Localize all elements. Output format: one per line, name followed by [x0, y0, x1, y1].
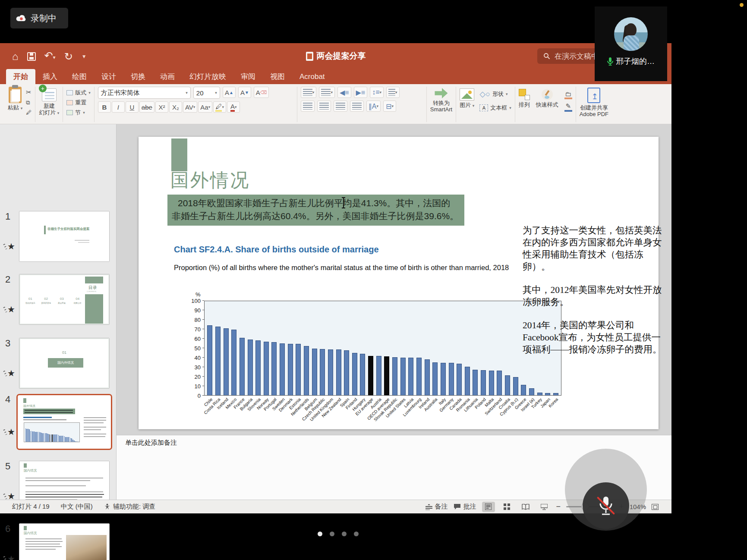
bar-Netherlands	[304, 346, 309, 395]
toc-item-label: 两会提案	[55, 302, 69, 304]
align-right-button[interactable]	[334, 101, 347, 112]
comments-toggle-button[interactable]: 批注	[454, 503, 476, 511]
accessibility-status[interactable]: 辅助功能: 调查	[104, 503, 155, 511]
mini-bar	[60, 436, 61, 442]
paste-button[interactable]: 粘贴 ▾	[8, 87, 22, 122]
slide-number: 6	[5, 523, 10, 535]
slide-thumbnail-3[interactable]: 01 国内外情况	[19, 338, 110, 389]
shrink-font-button[interactable]: A▼	[238, 87, 251, 98]
create-share-pdf-button[interactable]: 创建并共享Adobe PDF	[580, 87, 608, 117]
mic-control-overlay[interactable]	[565, 449, 647, 531]
underline-button[interactable]: U	[126, 101, 139, 113]
transition-star-icon: ★	[4, 427, 15, 437]
font-name-select[interactable]: 方正书宋简体▾	[98, 87, 191, 99]
shapes-button[interactable]: ◇○形状▾	[479, 89, 511, 99]
picture-button[interactable]: 图片 ▾	[460, 87, 474, 122]
highlight-color-button[interactable]: 🖊▾	[213, 101, 226, 113]
numbering-button[interactable]: ▾	[319, 87, 335, 98]
font-color-button[interactable]: A▾	[227, 101, 240, 113]
new-slide-icon	[42, 88, 57, 101]
tab-插入[interactable]: 插入	[35, 69, 65, 84]
cut-icon[interactable]: ✂	[26, 88, 32, 96]
mic-muted-button[interactable]	[583, 482, 629, 529]
notes-toggle-button[interactable]: 备注	[426, 503, 448, 511]
format-painter-icon[interactable]: 🖉	[26, 109, 32, 116]
increase-indent-button[interactable]: ▶≡	[354, 87, 368, 98]
shape-fill-icon[interactable]: 🗀	[564, 90, 572, 99]
thumb3-section-no: 01	[20, 350, 108, 355]
y-tick-label: 0	[189, 393, 201, 399]
copy-icon[interactable]: ⧉	[26, 99, 32, 106]
slide-thumbnail-1[interactable]: 非婚生子女权利落实两会提案	[19, 211, 110, 262]
textbox-button[interactable]: A文本框▾	[479, 104, 511, 112]
tab-动画[interactable]: 动画	[153, 69, 182, 84]
section-button[interactable]: 节▾	[66, 109, 91, 116]
quick-styles-button[interactable]: 快速样式	[536, 87, 558, 122]
align-center-button[interactable]	[317, 101, 331, 112]
font-size-select[interactable]: 20▾	[193, 87, 220, 99]
convert-smartart-button[interactable]: 转换为SmartArt	[430, 87, 452, 113]
bar-Germany	[449, 363, 454, 395]
decrease-indent-button[interactable]: ◀≡	[337, 87, 351, 98]
tab-切换[interactable]: 切换	[123, 69, 153, 84]
align-left-button[interactable]	[301, 101, 315, 112]
bar-slot: New Zealand	[334, 301, 343, 395]
tab-视图[interactable]: 视图	[263, 69, 292, 84]
slide-side-textbox[interactable]: 为了支持这一类女性，包括英美法在内的许多西方国家都允许单身女性采用辅助生育技术（…	[523, 224, 663, 367]
subscript-button[interactable]: X₂	[169, 101, 182, 113]
highlighted-textbox[interactable]: 2018年欧盟国家非婚生子占新生儿比例平均是41.3%。其中，法国的 非婚生子占…	[167, 195, 464, 226]
bar-slot: Malta	[487, 301, 495, 395]
slide-title[interactable]: 国外情况	[170, 168, 250, 193]
character-spacing-button[interactable]: AV▾	[183, 101, 197, 113]
slideshow-icon	[541, 504, 548, 510]
grow-font-button[interactable]: A▲	[223, 87, 236, 98]
change-case-button[interactable]: Aa▾	[198, 101, 212, 113]
columns-button[interactable]: ▾	[386, 87, 400, 98]
strikethrough-button[interactable]: abe	[139, 101, 154, 113]
text-cursor	[343, 197, 344, 208]
superscript-button[interactable]: X²	[155, 101, 168, 113]
reading-view-button[interactable]	[519, 502, 532, 512]
normal-view-button[interactable]	[482, 502, 495, 512]
italic-button[interactable]: I	[112, 101, 125, 113]
bar-Denmark	[288, 344, 293, 395]
fit-slide-to-window-icon[interactable]	[652, 504, 659, 510]
arrange-button[interactable]: 排列	[519, 87, 530, 122]
zoom-out-button[interactable]: −	[556, 502, 561, 511]
bar-slot: Bulgaria	[246, 301, 254, 395]
slide-sorter-view-button[interactable]	[501, 502, 514, 512]
bar-France	[240, 338, 245, 395]
justify-button[interactable]	[350, 101, 364, 112]
reset-button[interactable]: 重置	[66, 99, 91, 107]
participant-video-tile[interactable]: 邢子烟的…	[595, 6, 667, 81]
bold-button[interactable]: B	[98, 101, 111, 113]
slide-counter[interactable]: 幻灯片 4 / 19	[12, 503, 50, 511]
font-group: 方正书宋简体▾ 20▾ A▲ A▼ A⌫ B I U abe X² X₂	[95, 87, 297, 122]
text-direction-button[interactable]: ∥A▾	[366, 101, 381, 112]
slide-thumbnail-4-selected[interactable]: 国外情况	[16, 394, 112, 450]
slide-thumbnail-2[interactable]: 目录 CONTENTS 01国内外情况02原因及困境03两会提案04利弊分析	[19, 274, 110, 325]
align-text-button[interactable]: ⊟▾	[383, 101, 396, 112]
tab-幻灯片放映[interactable]: 幻灯片放映	[182, 69, 233, 84]
bullets-button[interactable]: ▾	[301, 87, 317, 98]
tab-设计[interactable]: 设计	[94, 69, 123, 84]
clear-formatting-button[interactable]: A⌫	[254, 87, 269, 98]
smartart-icon	[435, 88, 448, 98]
mini-bar	[59, 436, 60, 442]
shape-outline-icon[interactable]: ✎	[564, 102, 572, 112]
layout-button[interactable]: 版式▾	[66, 89, 91, 97]
bar-slot: Lithuania	[471, 301, 479, 395]
recording-badge[interactable]: 录制中	[10, 8, 68, 28]
tab-审阅[interactable]: 审阅	[233, 69, 263, 84]
slide-thumbnail-6[interactable]: 国内情况	[19, 523, 110, 560]
new-slide-button[interactable]: 新建幻灯片 ▾	[39, 87, 59, 116]
language-status[interactable]: 中文 (中国)	[61, 503, 93, 511]
tab-Acrobat[interactable]: Acrobat	[292, 69, 332, 84]
line-spacing-button[interactable]: ↕≡▾	[370, 87, 384, 98]
side-paragraph: 为了支持这一类女性，包括英美法在内的许多西方国家都允许单身女性采用辅助生育技术（…	[523, 224, 663, 273]
bar-slot: Luxembourg	[415, 301, 423, 395]
slideshow-button[interactable]	[538, 502, 551, 512]
tab-绘图[interactable]: 绘图	[65, 69, 94, 84]
tab-开始[interactable]: 开始	[6, 69, 35, 84]
slide-canvas[interactable]: 国外情况 2018年欧盟国家非婚生子占新生儿比例平均是41.3%。其中，法国的 …	[139, 137, 659, 429]
